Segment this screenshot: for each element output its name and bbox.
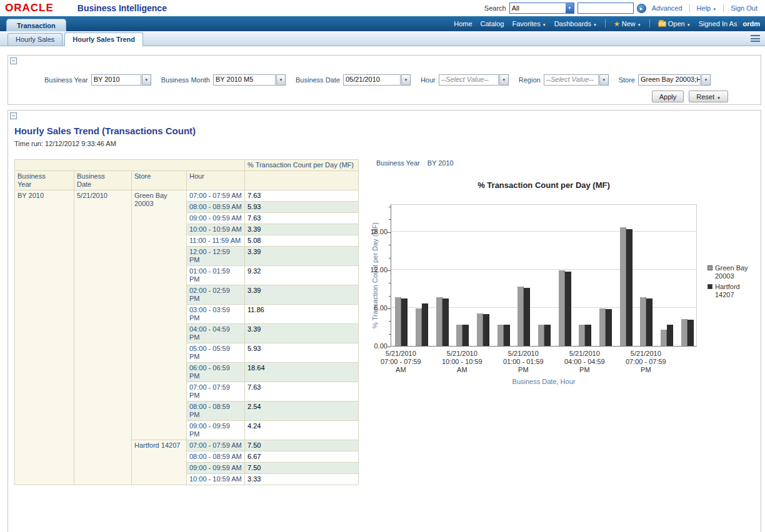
product-title: Business Intelligence: [78, 3, 167, 13]
region-value[interactable]: --Select Value--: [544, 74, 599, 86]
hour-cell: 12:00 - 12:59 PM: [187, 247, 245, 266]
tab-hourly-sales[interactable]: Hourly Sales: [8, 33, 62, 46]
bar-green-bay: [518, 287, 524, 346]
legend-swatch: [708, 284, 712, 289]
dropdown-icon[interactable]: [142, 74, 151, 86]
store-value[interactable]: Green Bay 20003;Hai: [638, 74, 701, 86]
business-date-value[interactable]: 05/21/2010: [343, 74, 401, 86]
business-year-value[interactable]: BY 2010: [91, 74, 141, 86]
chart-legend: Green Bay20003Hartford14207: [708, 264, 748, 302]
value-cell: 2.54: [245, 401, 359, 421]
filter-label: Hour: [421, 76, 436, 84]
prompt-buttons: Apply Reset: [652, 91, 728, 102]
search-label: Search: [484, 4, 506, 12]
sign-out-link[interactable]: Sign Out: [731, 4, 758, 12]
measure-header-cell: % Transaction Count per Day (MF): [245, 160, 359, 171]
bar-green-bay: [620, 227, 626, 346]
apply-button[interactable]: Apply: [652, 91, 684, 102]
y-minor-tick: [389, 334, 391, 335]
hour-cell: 09:00 - 09:59 AM: [187, 463, 245, 474]
dropdown-icon[interactable]: [599, 74, 609, 86]
x-tick-label: 5/21/201007:00 - 07:59PM: [616, 350, 676, 374]
column-header-cell: Hour: [187, 171, 245, 190]
value-cell: 18.64: [245, 363, 359, 382]
y-minor-tick: [389, 258, 391, 259]
value-cell: 3.39: [245, 247, 359, 266]
x-axis-title: Business Date, Hour: [391, 378, 697, 385]
business-month-value[interactable]: BY 2010 M5: [213, 74, 276, 86]
chart-context: Business Year BY 2010: [376, 159, 454, 167]
chevron-down-icon: [593, 20, 597, 27]
advanced-link[interactable]: Advanced: [652, 4, 682, 12]
value-cell: 5.93: [245, 343, 359, 363]
legend-label: Green Bay20003: [715, 264, 748, 280]
chevron-down-icon[interactable]: [566, 3, 574, 13]
bar-hartford: [442, 298, 449, 346]
hour-cell: 09:00 - 09:59 PM: [187, 421, 245, 440]
value-cell: 5.93: [245, 202, 359, 213]
value-cell: 7.63: [245, 213, 359, 224]
hour-value[interactable]: --Select Value--: [439, 74, 499, 86]
filter-label: Business Month: [161, 76, 210, 84]
chart-context-value: BY 2010: [428, 159, 454, 167]
nav-dashboards[interactable]: Dashboards: [554, 20, 597, 27]
dropdown-icon[interactable]: [701, 74, 711, 86]
collapse-icon[interactable]: [10, 112, 17, 119]
hour-cell: 11:00 - 11:59 AM: [187, 235, 245, 247]
y-minor-tick: [389, 207, 391, 207]
bar-hartford: [565, 272, 571, 346]
x-tick-label: 5/21/201004:00 - 04:59PM: [554, 350, 614, 374]
nav-favorites[interactable]: Favorites: [512, 20, 546, 27]
chevron-down-icon: [542, 20, 546, 27]
signed-in-user[interactable]: ordm: [743, 20, 761, 27]
y-tick-label: 18.00: [365, 228, 388, 235]
gridline: [391, 231, 696, 232]
separator: [649, 19, 650, 28]
header-blank-cell: [245, 171, 359, 190]
bar-green-bay: [559, 270, 565, 346]
hour-cell: 10:00 - 10:59 AM: [187, 224, 245, 235]
value-cell: 3.39: [245, 285, 359, 305]
folder-icon: [658, 21, 666, 27]
separator: [723, 4, 724, 12]
reset-button[interactable]: Reset: [689, 91, 728, 102]
search-scope-select[interactable]: All: [509, 2, 574, 14]
chart-block: Business Year BY 2010 % Transaction Coun…: [368, 158, 761, 508]
dropdown-icon[interactable]: [401, 74, 411, 86]
hour-cell: 07:00 - 07:59 AM: [187, 190, 245, 202]
table-header-row: Business YearBusiness DateStoreHour: [15, 171, 359, 190]
chevron-down-icon: [712, 4, 716, 12]
value-cell: 7.50: [245, 440, 359, 451]
search-input[interactable]: [578, 2, 634, 14]
bar-hartford: [483, 314, 489, 346]
dropdown-icon[interactable]: [276, 74, 286, 86]
search-go-icon[interactable]: [637, 4, 646, 13]
legend-swatch: [708, 265, 712, 270]
page-options-icon[interactable]: [751, 34, 760, 42]
nav-new[interactable]: ★New: [614, 20, 641, 28]
page: ORACLE Business Intelligence Search All …: [0, 0, 765, 532]
store-cell: Hartford 14207: [132, 440, 187, 485]
help-menu[interactable]: Help: [697, 4, 717, 12]
tab-hourly-sales-trend[interactable]: Hourly Sales Trend: [64, 32, 143, 46]
nav-catalog[interactable]: Catalog: [481, 20, 504, 27]
bar-hartford: [688, 320, 694, 346]
filter-business-year: Business Year BY 2010: [44, 74, 151, 86]
dashboard-tab-transaction[interactable]: Transaction: [6, 19, 66, 31]
nav-home[interactable]: Home: [454, 20, 472, 27]
time-run: Time run: 12/12/2012 9:33:46 AM: [14, 140, 116, 147]
legend-entry: Hartford14207: [708, 283, 748, 299]
y-axis-title: % Transaction Count per Day (MF): [371, 204, 379, 347]
hour-cell: 01:00 - 01:59 PM: [187, 266, 245, 285]
separator: [605, 19, 606, 28]
hour-cell: 06:00 - 06:59 PM: [187, 363, 245, 382]
bar-hartford: [462, 325, 469, 346]
column-header-cell: Business Year: [15, 171, 74, 190]
collapse-icon[interactable]: [10, 57, 17, 64]
nav-open[interactable]: Open: [658, 20, 691, 27]
value-cell: 3.33: [245, 474, 359, 485]
dropdown-icon[interactable]: [499, 74, 509, 86]
page-tab-bar: Hourly Sales Hourly Sales Trend: [0, 31, 765, 46]
y-tick-mark: [388, 308, 391, 309]
bar-hartford: [667, 325, 673, 346]
